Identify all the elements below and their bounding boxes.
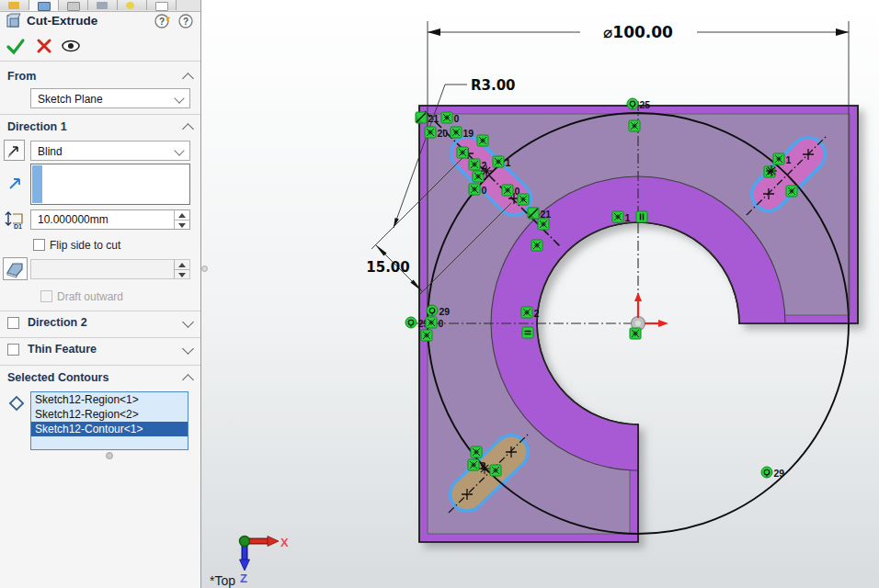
- dimxpert-tab[interactable]: [88, 0, 118, 10]
- direction-reference-box[interactable]: [30, 164, 190, 205]
- sketch-relation-sq-icon[interactable]: 0: [469, 184, 487, 196]
- sketch-relation-sq-icon[interactable]: [531, 240, 542, 251]
- sketch-relation-par-icon[interactable]: [636, 211, 647, 222]
- sketch-relation-slash-icon[interactable]: 21: [528, 208, 551, 220]
- sketch-relation-sq-icon[interactable]: 1: [612, 211, 631, 223]
- sketch-relation-sq-icon[interactable]: [477, 135, 488, 146]
- relation-count-label: 21: [428, 113, 440, 124]
- panel-splitter-grip[interactable]: [201, 266, 208, 272]
- svg-text:?: ?: [159, 17, 165, 27]
- spin-down-icon[interactable]: [178, 273, 186, 277]
- depth-value: 10.000000mm: [38, 213, 108, 226]
- ok-check-icon: [8, 40, 23, 52]
- flip-side-checkbox[interactable]: [33, 239, 45, 251]
- direction2-expand-icon[interactable]: [182, 316, 194, 328]
- selected-contours-collapse-icon[interactable]: [182, 374, 194, 386]
- cancel-button[interactable]: [39, 40, 50, 51]
- sketch-relation-circ-icon[interactable]: 29: [761, 467, 784, 479]
- sketch-relation-circ-icon[interactable]: 29: [427, 305, 450, 317]
- sketch-relation-sq-icon[interactable]: 0: [502, 185, 520, 197]
- sketch-relation-sq-icon[interactable]: 19: [451, 127, 474, 139]
- selected-contours-section-header[interactable]: Selected Contours: [7, 371, 108, 384]
- contour-diamond-icon: [7, 394, 26, 413]
- sketch-relation-sq-icon[interactable]: 1: [493, 156, 511, 168]
- favorites-tab[interactable]: [0, 0, 29, 10]
- pane-tab[interactable]: [147, 0, 177, 10]
- depth-spinner[interactable]: [174, 210, 189, 229]
- sketch-relation-sq-icon[interactable]: [764, 166, 775, 177]
- sketch-relation-circ-icon[interactable]: 25: [627, 98, 650, 110]
- contour-list-item[interactable]: Sketch12-Region<1>: [31, 392, 188, 407]
- cut-extrude-feature-icon: [6, 13, 22, 29]
- sketch-relation-sq-icon[interactable]: [538, 219, 549, 230]
- contour-list-item[interactable]: Sketch12-Region<2>: [31, 407, 188, 422]
- sketch-relation-sq-icon[interactable]: [630, 328, 641, 339]
- relation-count-label: 25: [640, 99, 651, 110]
- sketch-relation-sq-icon[interactable]: [471, 447, 482, 458]
- thin-feature-section-header[interactable]: Thin Feature: [28, 343, 97, 356]
- ok-button[interactable]: [8, 40, 23, 52]
- display-tab-icon: [126, 2, 134, 9]
- end-condition-select[interactable]: Blind: [30, 141, 190, 161]
- from-plane-value: Sketch Plane: [38, 93, 103, 106]
- display-tab[interactable]: [118, 0, 147, 10]
- sketch-relation-sq-icon[interactable]: 0: [441, 112, 460, 124]
- contour-list-item-selected[interactable]: Sketch12-Contour<1>: [31, 422, 188, 436]
- relation-count-label: 0: [454, 113, 460, 124]
- sketch-relation-sq-icon[interactable]: 2: [521, 307, 540, 319]
- sketch-relation-sq-icon[interactable]: [421, 330, 432, 341]
- relation-count-label: 29: [774, 468, 785, 479]
- relation-count-label: 20: [438, 128, 449, 139]
- thin-feature-checkbox[interactable]: [7, 344, 19, 356]
- sketch-relation-eq-icon[interactable]: [522, 327, 533, 338]
- thin-feature-expand-icon[interactable]: [182, 343, 194, 355]
- sketch-relation-sq-icon[interactable]: [518, 194, 529, 205]
- draft-spinner[interactable]: [174, 260, 189, 278]
- sketch-relation-sq-icon[interactable]: [490, 465, 501, 476]
- spin-up-icon[interactable]: [178, 263, 186, 267]
- draft-button[interactable]: [3, 257, 28, 280]
- sketch-relation-sq-icon[interactable]: 2: [468, 459, 486, 471]
- sketch-relation-sq-icon[interactable]: [473, 171, 484, 182]
- chevron-down-icon: [174, 93, 184, 103]
- propertymanager-tab[interactable]: [29, 0, 59, 11]
- triad-z-label: Z: [240, 571, 247, 585]
- direction1-section-header[interactable]: Direction 1: [7, 120, 67, 133]
- preview-button[interactable]: [63, 41, 79, 51]
- length-dim-text: 15.00: [366, 259, 409, 276]
- help-icons: ? ?: [153, 13, 193, 29]
- draft-angle-input: [30, 259, 190, 279]
- from-plane-select[interactable]: Sketch Plane: [30, 88, 190, 108]
- direction2-section-header[interactable]: Direction 2: [28, 316, 87, 329]
- relation-count-label: 0: [439, 318, 444, 329]
- from-collapse-icon[interactable]: [182, 73, 194, 85]
- direction1-collapse-icon[interactable]: [182, 123, 194, 135]
- spin-down-icon[interactable]: [178, 223, 186, 228]
- sketch-relation-sq-icon[interactable]: 20: [425, 127, 448, 139]
- configuration-tab[interactable]: [59, 0, 88, 10]
- sketch-relation-sq-icon[interactable]: [457, 147, 468, 158]
- sketch-relation-sq-icon[interactable]: [786, 186, 797, 197]
- sketch-relation-sq-icon[interactable]: 1: [773, 153, 792, 165]
- list-resize-grip[interactable]: [106, 452, 113, 459]
- panel-title: Cut-Extrude: [27, 14, 97, 28]
- sketch-relation-sq-icon[interactable]: 0: [426, 317, 444, 329]
- from-section-header[interactable]: From: [7, 70, 36, 83]
- depth-input[interactable]: 10.000000mm: [30, 209, 190, 230]
- sketch-relation-sq-icon[interactable]: [629, 120, 640, 131]
- flip-side-label[interactable]: Flip side to cut: [50, 239, 120, 252]
- chevron-down-icon: [174, 145, 184, 155]
- extrude-direction-icon: [7, 175, 24, 191]
- draft-outward-label: Draft outward: [57, 290, 123, 303]
- relation-count-label: 2: [534, 308, 540, 319]
- spin-up-icon[interactable]: [178, 213, 186, 218]
- sketch-relation-slash-icon[interactable]: 21: [416, 112, 439, 124]
- reverse-direction-button[interactable]: [4, 140, 25, 161]
- panel-tab-bar: [0, 0, 200, 12]
- configuration-tab-icon: [67, 2, 80, 11]
- svg-text:?: ?: [183, 17, 188, 27]
- radius-dim-text: R3.00: [471, 77, 516, 94]
- direction2-checkbox[interactable]: [7, 317, 19, 329]
- pane-tab-icon: [155, 2, 168, 11]
- selected-contours-list[interactable]: Sketch12-Region<1> Sketch12-Region<2> Sk…: [30, 391, 188, 450]
